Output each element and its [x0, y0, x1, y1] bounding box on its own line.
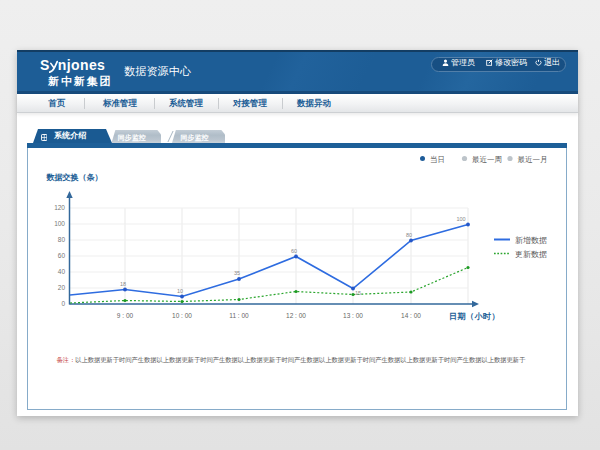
svg-text:13 : 00: 13 : 00	[343, 312, 363, 319]
svg-text:14 : 00: 14 : 00	[401, 312, 421, 319]
svg-text:100: 100	[54, 220, 65, 227]
svg-text:10: 10	[177, 288, 183, 294]
svg-text:40: 40	[58, 268, 66, 275]
svg-text:备注：以上数据更新于时间产生数据以上数据更新于时间产生数据以: 备注：以上数据更新于时间产生数据以上数据更新于时间产生数据以上数据更新于时间产生…	[57, 356, 527, 364]
svg-text:11 : 00: 11 : 00	[229, 312, 249, 319]
svg-text:15: 15	[355, 290, 361, 296]
svg-text:当日: 当日	[430, 155, 445, 164]
svg-text:最近一月: 最近一月	[518, 155, 548, 164]
svg-text:60: 60	[58, 252, 66, 259]
svg-text:35: 35	[234, 270, 240, 276]
svg-text:100: 100	[456, 216, 465, 222]
svg-text:80: 80	[58, 236, 66, 243]
svg-text:60: 60	[291, 248, 297, 254]
svg-text:最近一周: 最近一周	[472, 155, 502, 164]
svg-text:12 : 00: 12 : 00	[286, 312, 306, 319]
svg-text:数据交换（条）: 数据交换（条）	[46, 173, 103, 182]
svg-text:0: 0	[61, 300, 65, 307]
svg-text:18: 18	[120, 281, 126, 287]
svg-text:80: 80	[406, 232, 412, 238]
svg-text:新增数据: 新增数据	[515, 236, 547, 245]
svg-text:更新数据: 更新数据	[515, 250, 547, 259]
svg-text:日期（小时）: 日期（小时）	[449, 312, 500, 321]
svg-text:20: 20	[58, 284, 66, 291]
svg-text:9 : 00: 9 : 00	[117, 312, 134, 319]
svg-text:10 : 00: 10 : 00	[172, 312, 192, 319]
svg-text:120: 120	[54, 204, 65, 211]
